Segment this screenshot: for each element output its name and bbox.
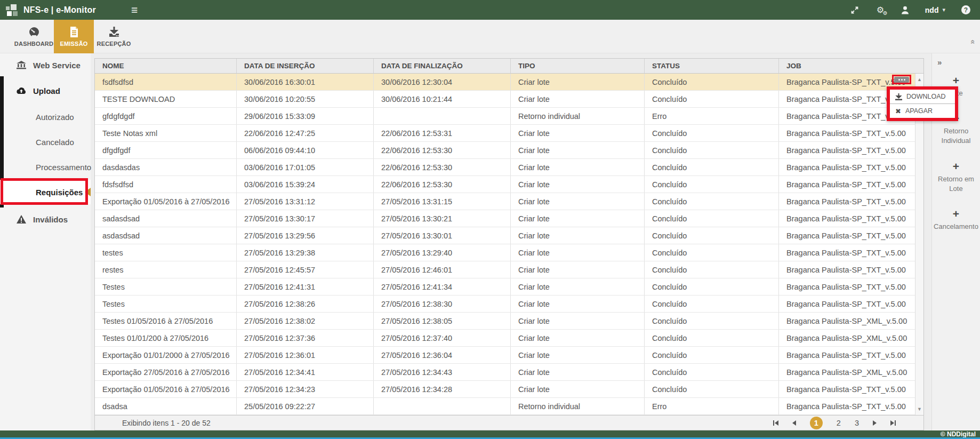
row-context-menu: DOWNLOAD ✖ APAGAR xyxy=(890,90,955,118)
table-row[interactable]: asdasdsad27/05/2016 13:29:5627/05/2016 1… xyxy=(95,227,923,244)
table-row[interactable]: Testes 01/05/2016 à 27/05/201627/05/2016… xyxy=(95,313,923,330)
column-header-0[interactable]: NOME xyxy=(95,59,237,73)
warning-icon xyxy=(14,215,28,224)
table-row[interactable]: dsadsa25/05/2016 09:22:27Retorno individ… xyxy=(95,398,923,415)
cell-status: Concluído xyxy=(645,278,779,295)
tab-emissao[interactable]: EMISSÃO xyxy=(54,20,94,53)
context-menu-apagar[interactable]: ✖ APAGAR xyxy=(890,104,955,118)
bank-icon xyxy=(14,61,28,69)
last-page-button[interactable] xyxy=(890,420,896,426)
cell-data_finalizacao: 30/06/2016 10:21:44 xyxy=(374,91,511,107)
sidebar-item-web-service[interactable]: Web Service xyxy=(0,53,91,77)
context-menu-download[interactable]: DOWNLOAD xyxy=(890,90,955,103)
table-row[interactable]: Testes27/05/2016 12:41:3127/05/2016 12:4… xyxy=(95,278,923,296)
tab-recepcao[interactable]: RECEPÇÃO xyxy=(94,20,134,53)
table-row[interactable]: dasdasdas03/06/2016 17:01:0522/06/2016 1… xyxy=(95,159,923,176)
table-scrollbar[interactable]: ▲ ▼ xyxy=(915,74,923,415)
prev-page-button[interactable] xyxy=(792,420,796,426)
cell-data_finalizacao: 27/05/2016 12:46:01 xyxy=(374,261,511,278)
cell-tipo: Criar lote xyxy=(511,193,645,210)
collapse-toolbar-icon[interactable]: » xyxy=(967,39,976,44)
cell-tipo: Criar lote xyxy=(511,210,645,227)
selected-item-marker xyxy=(85,188,91,196)
scroll-up-icon[interactable]: ▲ xyxy=(915,77,923,82)
cell-tipo: Retorno individual xyxy=(511,108,645,124)
user-menu[interactable] xyxy=(901,6,909,14)
table-row[interactable]: Exportação 01/01/2000 à 27/05/201627/05/… xyxy=(95,347,923,364)
column-header-4[interactable]: STATUS xyxy=(645,59,779,73)
sidebar: Web Service Upload Autorizado Cancelado … xyxy=(0,53,91,430)
panel-action-cancelamento[interactable]: +Cancelamento xyxy=(933,208,979,232)
sidebar-item-upload[interactable]: Upload xyxy=(0,79,91,102)
cell-tipo: Criar lote xyxy=(511,74,645,90)
help-icon[interactable]: ? xyxy=(961,5,970,14)
cell-data_insercao: 27/05/2016 13:29:38 xyxy=(237,244,374,261)
cell-data_finalizacao: 27/05/2016 12:38:30 xyxy=(374,296,511,312)
cell-nome: Testes xyxy=(95,278,237,295)
cell-job: Braganca Paulista-SP_TXT_v.5.00 xyxy=(779,278,923,295)
cell-data_insercao: 03/06/2016 17:01:05 xyxy=(237,159,374,175)
panel-action-retorno-em-lote[interactable]: +Retorno em Lote xyxy=(933,161,979,194)
x-icon: ✖ xyxy=(895,108,901,115)
next-page-button[interactable] xyxy=(873,420,877,426)
cell-status: Erro xyxy=(645,398,779,414)
sidebar-item-requisicoes[interactable]: Requisições xyxy=(0,180,91,204)
items-count-label: Exibindo itens 1 - 20 de 52 xyxy=(122,419,211,427)
copyright-label: © NDDigital xyxy=(941,431,976,437)
table-row[interactable]: Exportação 01/05/2016 à 27/05/201627/05/… xyxy=(95,381,923,398)
gauge-icon xyxy=(28,26,40,38)
table-row[interactable]: TESTE DOWNLOAD30/06/2016 10:20:5530/06/2… xyxy=(95,91,923,108)
column-header-1[interactable]: DATA DE INSERÇÃO xyxy=(237,59,374,73)
table-row[interactable]: Testes27/05/2016 12:38:2627/05/2016 12:3… xyxy=(95,296,923,313)
cell-tipo: Criar lote xyxy=(511,91,645,107)
cell-nome: Exportação 01/05/2016 à 27/05/2016 xyxy=(95,193,237,210)
sidebar-item-processamento[interactable]: Processamento xyxy=(0,155,91,179)
sidebar-item-cancelado[interactable]: Cancelado xyxy=(0,130,91,154)
cell-tipo: Criar lote xyxy=(511,176,645,193)
tab-dashboard[interactable]: DASHBOARD xyxy=(14,20,54,53)
cell-data_finalizacao: 27/05/2016 12:36:04 xyxy=(374,347,511,363)
table-row[interactable]: Exportação 27/05/2016 à 27/05/201627/05/… xyxy=(95,364,923,381)
cell-data_insercao: 03/06/2016 15:39:24 xyxy=(237,176,374,193)
cell-data_finalizacao: 27/05/2016 13:30:01 xyxy=(374,227,511,244)
table-row[interactable]: sadasdsad27/05/2016 13:30:1727/05/2016 1… xyxy=(95,210,923,227)
page-3-button[interactable]: 3 xyxy=(855,419,859,427)
table-row[interactable]: testes27/05/2016 13:29:3827/05/2016 13:2… xyxy=(95,244,923,261)
cell-data_insercao: 27/05/2016 12:38:02 xyxy=(237,313,374,329)
table-row[interactable]: fdsfsdfsd03/06/2016 15:39:2422/06/2016 1… xyxy=(95,176,923,193)
cell-nome: Testes 01/01/200 à 27/05/2016 xyxy=(95,330,237,346)
app-window: NFS-e | e-Monitor ≡ ⚙⚙ ndd ▾ ? xyxy=(0,0,980,439)
column-header-5[interactable]: JOB xyxy=(779,59,923,73)
cell-status: Concluído xyxy=(645,313,779,329)
column-header-3[interactable]: TIPO xyxy=(511,59,645,73)
content-area: Web Service Upload Autorizado Cancelado … xyxy=(0,53,980,430)
cell-job: Braganca Paulista-SP_TXT_v.5.00 xyxy=(779,210,923,227)
scroll-down-icon[interactable]: ▼ xyxy=(915,406,923,412)
cell-nome: Teste Notas xml xyxy=(95,125,237,141)
hamburger-menu-icon[interactable]: ≡ xyxy=(131,4,138,15)
collapse-panel-icon[interactable]: » xyxy=(937,58,942,67)
sidebar-item-invalidos[interactable]: Inválidos xyxy=(0,207,91,232)
table-row[interactable]: Teste Notas xml22/06/2016 12:47:2522/06/… xyxy=(95,125,923,142)
first-page-button[interactable] xyxy=(773,420,778,426)
cell-status: Concluído xyxy=(645,296,779,312)
page-1-button[interactable]: 1 xyxy=(810,417,823,429)
table-row[interactable]: dfgdfgdf06/06/2016 09:44:1022/06/2016 12… xyxy=(95,142,923,159)
fullscreen-icon[interactable] xyxy=(850,5,859,15)
table-row[interactable]: Exportação 01/05/2016 à 27/05/201627/05/… xyxy=(95,193,923,210)
row-actions-ellipsis-button[interactable] xyxy=(894,77,909,83)
cell-data_insercao: 27/05/2016 12:37:36 xyxy=(237,330,374,346)
page-2-button[interactable]: 2 xyxy=(837,419,841,427)
table-row[interactable]: restes27/05/2016 12:45:5727/05/2016 12:4… xyxy=(95,261,923,278)
cell-nome: gfdgfdgdf xyxy=(95,108,237,124)
column-header-2[interactable]: DATA DE FINALIZAÇÃO xyxy=(374,59,511,73)
settings-gears-icon[interactable]: ⚙⚙ xyxy=(875,5,885,15)
user-dropdown[interactable]: ndd ▾ xyxy=(925,6,945,14)
table-row[interactable]: gfdgfdgdf29/06/2016 15:33:09Retorno indi… xyxy=(95,108,923,125)
cell-data_finalizacao: 22/06/2016 12:53:30 xyxy=(374,159,511,175)
cell-status: Concluído xyxy=(645,74,779,90)
panel-action-label: Cancelamento xyxy=(934,222,978,232)
table-row[interactable]: fsdfsdfsd30/06/2016 16:30:0130/06/2016 1… xyxy=(95,74,923,91)
table-row[interactable]: Testes 01/01/200 à 27/05/201627/05/2016 … xyxy=(95,330,923,347)
sidebar-item-autorizado[interactable]: Autorizado xyxy=(0,105,91,129)
